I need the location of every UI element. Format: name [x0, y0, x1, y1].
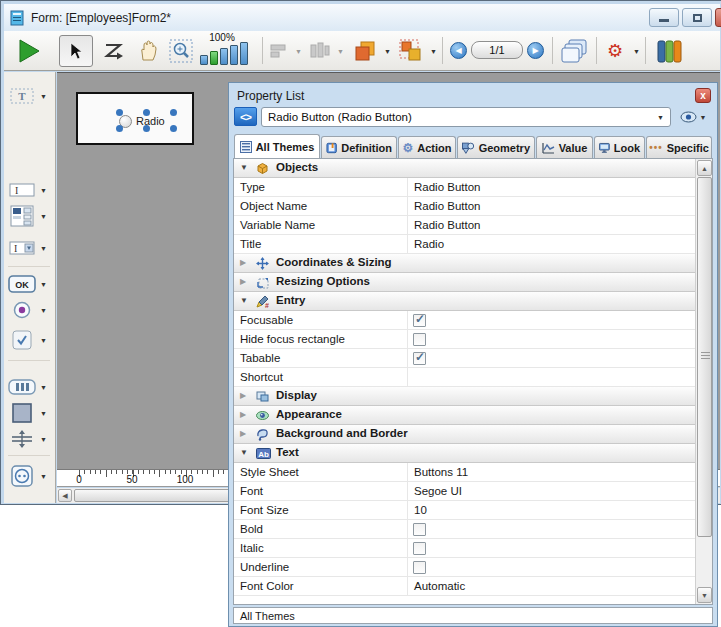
tab-specific[interactable]: ••• Specific: [646, 136, 712, 158]
selection-handle-bottom-right[interactable]: [170, 125, 177, 132]
align-dropdown[interactable]: ▼: [291, 35, 303, 67]
selection-handle-top-left[interactable]: [116, 109, 123, 116]
property-value[interactable]: Segoe UI: [414, 485, 462, 497]
level-dropdown[interactable]: ▼: [380, 35, 392, 67]
property-value[interactable]: Radio Button: [414, 219, 481, 231]
underline-checkbox[interactable]: [413, 561, 426, 574]
property-row-variable-name[interactable]: Variable Name Radio Button: [234, 216, 695, 235]
property-row-hide-focus-rectangle[interactable]: Hide focus rectangle: [234, 330, 695, 349]
view-options-button[interactable]: ▼: [675, 108, 711, 126]
sidebar-tool-text[interactable]: T ▼: [8, 84, 54, 108]
property-value[interactable]: 10: [414, 504, 427, 516]
section-resizing-options[interactable]: ▶ Resizing Options: [234, 273, 695, 292]
maximize-button[interactable]: [682, 8, 712, 27]
property-row-object-name[interactable]: Object Name Radio Button: [234, 197, 695, 216]
scrollbar-thumb[interactable]: [697, 177, 712, 537]
sidebar-tool-rectangle[interactable]: ▼: [8, 401, 54, 425]
radio-widget-label[interactable]: Radio: [136, 115, 165, 127]
selection-handle-bottom-mid[interactable]: [143, 125, 150, 132]
page-indicator[interactable]: 1/1: [471, 41, 523, 59]
zoom-bar-200[interactable]: [220, 48, 228, 65]
properties-dropdown[interactable]: ▼: [629, 35, 641, 67]
minimize-button[interactable]: [649, 8, 679, 27]
section-background-border[interactable]: ▶ Background and Border: [234, 425, 695, 444]
scroll-left-button[interactable]: ◀: [58, 489, 72, 502]
tab-geometry[interactable]: Geometry: [457, 136, 535, 158]
form-area[interactable]: Radio: [76, 92, 194, 145]
expand-triangle-icon[interactable]: ▶: [240, 410, 246, 419]
previous-page-button[interactable]: ◀: [450, 42, 467, 59]
property-row-font-color[interactable]: Font Color Automatic: [234, 577, 695, 596]
section-text[interactable]: ▼ Ab Text: [234, 444, 695, 463]
property-value[interactable]: Radio Button: [414, 181, 481, 193]
property-row-focusable[interactable]: Focusable ✓: [234, 311, 695, 330]
property-row-bold[interactable]: Bold: [234, 520, 695, 539]
expand-triangle-icon[interactable]: ▼: [240, 296, 248, 305]
sidebar-tool-checkbox[interactable]: ▼: [8, 328, 54, 352]
section-objects[interactable]: ▼ Objects: [234, 159, 695, 178]
selection-handle-bottom-left[interactable]: [116, 125, 123, 132]
section-coordinates-sizing[interactable]: ▶ Coordinates & Sizing: [234, 254, 695, 273]
expand-triangle-icon[interactable]: ▶: [240, 429, 246, 438]
tab-value[interactable]: Value: [536, 136, 593, 158]
property-row-italic[interactable]: Italic: [234, 539, 695, 558]
zoom-bar-800[interactable]: [240, 42, 248, 65]
property-row-font[interactable]: Font Segoe UI: [234, 482, 695, 501]
next-page-button[interactable]: ▶: [527, 42, 544, 59]
run-form-button[interactable]: [12, 35, 46, 67]
tabable-checkbox[interactable]: ✓: [413, 352, 426, 365]
property-row-style-sheet[interactable]: Style Sheet Buttons 11: [234, 463, 695, 482]
close-button[interactable]: [715, 8, 721, 27]
distribute-tool-button[interactable]: [307, 35, 333, 67]
form-pages-button[interactable]: [558, 35, 590, 67]
property-value[interactable]: Buttons 11: [414, 466, 468, 478]
selection-handle-top-right[interactable]: [170, 109, 177, 116]
sidebar-tool-listbox[interactable]: ▼: [8, 204, 54, 228]
section-display[interactable]: ▶ Display: [234, 387, 695, 406]
zoom-bar-100-current[interactable]: [210, 51, 218, 65]
entry-order-tool-button[interactable]: [99, 35, 129, 67]
property-list-close-button[interactable]: x: [695, 88, 711, 103]
zoom-bar-50[interactable]: [200, 55, 208, 65]
italic-checkbox[interactable]: [413, 542, 426, 555]
property-row-font-size[interactable]: Font Size 10: [234, 501, 695, 520]
window-titlebar[interactable]: Form: [Employees]Form2*: [4, 4, 720, 31]
expand-triangle-icon[interactable]: ▶: [240, 277, 246, 286]
object-navigator-button[interactable]: <>: [234, 107, 257, 126]
distribute-dropdown[interactable]: ▼: [333, 35, 345, 67]
library-button[interactable]: [652, 35, 686, 67]
expand-triangle-icon[interactable]: ▼: [240, 448, 248, 457]
property-row-shortcut[interactable]: Shortcut: [234, 368, 695, 387]
sidebar-tool-splitter[interactable]: ▼: [8, 427, 54, 451]
property-value[interactable]: Radio Button: [414, 200, 481, 212]
property-row-type[interactable]: Type Radio Button: [234, 178, 695, 197]
sidebar-tool-input[interactable]: I ▼: [8, 178, 54, 202]
zoom-tool-button[interactable]: [165, 35, 197, 67]
property-list-titlebar[interactable]: Property List x: [232, 86, 714, 105]
selection-handle-top-mid[interactable]: [143, 109, 150, 116]
form-properties-button[interactable]: ⚙: [602, 35, 628, 67]
section-entry[interactable]: ▼ # Entry: [234, 292, 695, 311]
sidebar-tool-buttongrid[interactable]: ▼: [8, 375, 54, 399]
group-dropdown[interactable]: ▼: [426, 35, 438, 67]
level-tool-button[interactable]: [351, 35, 379, 67]
scroll-up-button[interactable]: ▲: [697, 160, 712, 176]
object-selector-dropdown[interactable]: Radio Button (Radio Button) ▼: [261, 107, 671, 127]
tab-all-themes[interactable]: All Themes: [234, 134, 320, 158]
tab-action[interactable]: ⚙ Action: [398, 136, 456, 158]
sidebar-tool-radio[interactable]: ▼: [8, 298, 54, 322]
zoom-bar-400[interactable]: [230, 45, 238, 65]
property-row-tabable[interactable]: Tabable ✓: [234, 349, 695, 368]
section-appearance[interactable]: ▶ Appearance: [234, 406, 695, 425]
property-value[interactable]: Automatic: [414, 580, 465, 592]
focusable-checkbox[interactable]: ✓: [413, 314, 426, 327]
zoom-level-control[interactable]: 100%: [200, 32, 258, 69]
sidebar-tool-plugin[interactable]: ▼: [8, 464, 54, 488]
zoom-bars[interactable]: [200, 42, 248, 65]
property-value[interactable]: Radio: [414, 238, 444, 250]
select-tool-button[interactable]: [59, 35, 93, 67]
sidebar-tool-button[interactable]: OK ▼: [8, 272, 54, 296]
property-row-underline[interactable]: Underline: [234, 558, 695, 577]
align-tool-button[interactable]: [267, 35, 291, 67]
tab-look[interactable]: Look: [594, 136, 645, 158]
